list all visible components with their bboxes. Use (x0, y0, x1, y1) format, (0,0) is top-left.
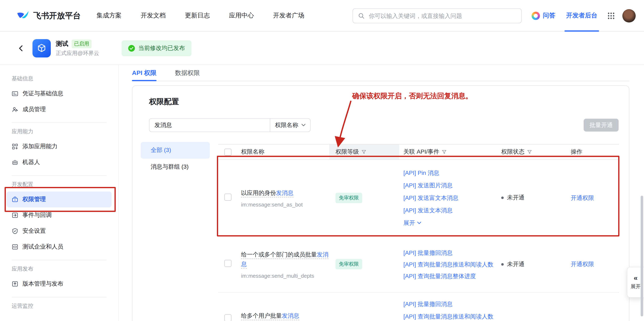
api-link[interactable]: [API] 批量撤回消息 (404, 247, 496, 258)
tab-label: 数据权限 (175, 69, 200, 77)
sidebar-item-events[interactable]: 事件与回调 (7, 207, 112, 223)
tab-label: API 权限 (132, 69, 156, 77)
primary-nav: 集成方案 开发文档 更新日志 应用中心 开发者广场 (96, 12, 304, 20)
search-input[interactable] (368, 12, 516, 19)
brand-name: 飞书开放平台 (33, 10, 81, 21)
qa-label: 问答 (543, 12, 555, 20)
sidebar-section-title: 基础信息 (12, 75, 106, 82)
tab-data-permissions[interactable]: 数据权限 (175, 65, 200, 81)
credential-icon (12, 90, 18, 97)
filter-icon[interactable] (361, 150, 366, 154)
back-icon[interactable] (18, 44, 25, 52)
app-name: 测试 (56, 40, 68, 48)
permission-search-input[interactable] (149, 118, 270, 132)
header-permission-status: 权限状态 (496, 144, 562, 160)
permission-name[interactable]: 以应用的身份发消息 (241, 188, 329, 198)
api-link[interactable]: [API] 批量撤回消息 (404, 298, 496, 310)
category-label: 消息与群组 (3) (151, 163, 188, 171)
code-brackets-icon (12, 244, 18, 250)
publish-status-pill: 当前修改均已发布 (122, 40, 192, 56)
sidebar-item-test-org[interactable]: 测试企业和人员 (7, 239, 112, 255)
app-header: 测试 已启用 正式应用@环界云 当前修改均已发布 (0, 32, 644, 65)
batch-open-button[interactable]: 批量开通 (584, 119, 618, 132)
app-subtitle: 正式应用@环界云 (56, 49, 99, 57)
page-scrollbar[interactable] (641, 196, 643, 316)
status-dot-icon (501, 196, 504, 199)
brand[interactable]: 飞书开放平台 (17, 10, 81, 21)
qa-link[interactable]: 问答 (532, 12, 555, 20)
sidebar-section-title: 应用能力 (12, 128, 106, 135)
sidebar-item-bot[interactable]: 机器人 (7, 154, 112, 170)
api-link[interactable]: [API] 发送文本消息 (404, 204, 496, 216)
row-checkbox[interactable] (224, 260, 232, 267)
status-not-opened: 未开通 (501, 194, 562, 202)
chevron-down-icon (417, 221, 421, 224)
sidebar-item-security[interactable]: 安全设置 (7, 223, 112, 239)
tab-api-permissions[interactable]: API 权限 (132, 65, 156, 81)
sidebar-item-version[interactable]: 版本管理与发布 (7, 276, 112, 292)
divider (12, 122, 106, 123)
permission-code: im:message:send_multi_depts (241, 272, 329, 279)
sidebar-item-add-capability[interactable]: 添加应用能力 (7, 139, 112, 154)
open-permission-link[interactable]: 开通权限 (571, 261, 594, 267)
api-link[interactable]: [API] 查询批量消息整体进度 (404, 270, 496, 282)
permission-name[interactable]: 给一个或多个部门的成员批量发消息 (241, 250, 329, 269)
nav-item-dev-plaza[interactable]: 开发者广场 (273, 12, 304, 20)
level-badge: 免审权限 (336, 192, 362, 203)
open-permission-link[interactable]: 开通权限 (571, 194, 594, 201)
sidebar-item-permissions[interactable]: 权限管理 (7, 192, 112, 207)
sidebar-item-label: 测试企业和人员 (22, 243, 63, 251)
status-dot-icon (501, 263, 504, 266)
event-callback-icon (12, 212, 18, 218)
permission-config-card: 权限配置 权限名称 批量开通 确保该权限开启，否则无法回复消息。 (132, 85, 630, 321)
divider (12, 297, 106, 297)
category-all[interactable]: 全部 (3) (141, 142, 210, 159)
api-link[interactable]: [API] 发送图片消息 (404, 179, 496, 192)
select-all-checkbox[interactable] (224, 148, 232, 156)
nav-item-docs[interactable]: 开发文档 (141, 12, 166, 20)
chevron-down-icon (301, 124, 305, 126)
permission-search-group: 权限名称 (149, 118, 310, 132)
sidebar-item-credentials[interactable]: 凭证与基础信息 (7, 86, 112, 102)
bot-icon (12, 159, 18, 166)
sidebar-item-members[interactable]: 成员管理 (7, 102, 112, 118)
nav-item-dev-console[interactable]: 开发者后台 (566, 0, 598, 32)
api-link[interactable]: [API] 查询批量消息推送和阅读人数 (404, 258, 496, 270)
sidebar-item-label: 事件与回调 (22, 212, 52, 219)
row-checkbox[interactable] (224, 194, 232, 200)
category-message-group[interactable]: 消息与群组 (3) (141, 159, 210, 175)
nav-item-app-center[interactable]: 应用中心 (229, 12, 254, 20)
expand-apis-link[interactable]: 展开 (404, 216, 496, 229)
top-navbar: 飞书开放平台 集成方案 开发文档 更新日志 应用中心 开发者广场 问答 开发者后… (0, 0, 644, 32)
permission-name[interactable]: 给多个用户批量发消息 (241, 311, 329, 320)
filter-icon[interactable] (442, 150, 447, 154)
table-row: 给多个用户批量发消息 [API] 批量撤回消息 [API] 查询批量消息推送和阅… (218, 293, 619, 321)
api-link[interactable]: [API] Pin 消息 (404, 166, 496, 179)
members-icon (12, 106, 18, 113)
add-capability-icon (12, 143, 18, 150)
category-list: 全部 (3) 消息与群组 (3) (141, 142, 210, 175)
sidebar-item-label: 安全设置 (22, 227, 46, 235)
qa-icon (532, 12, 540, 20)
user-avatar[interactable] (622, 9, 636, 22)
filter-icon[interactable] (527, 150, 532, 154)
permission-code: im:message:send_as_bot (241, 201, 329, 208)
global-search[interactable] (352, 8, 522, 23)
nav-item-changelog[interactable]: 更新日志 (185, 12, 210, 20)
expand-label: 展开 (631, 283, 641, 290)
apps-grid-icon[interactable] (607, 12, 615, 19)
table-row: 以应用的身份发消息 im:message:send_as_bot 免审权限 [A… (218, 160, 619, 236)
sidebar-section-title: 运营监控 (12, 302, 106, 310)
api-list: [API] 批量撤回消息 [API] 查询批量消息推送和阅读人数 (404, 293, 496, 321)
permissions-table: 权限名称 权限等级 关联 API/事件 权限状态 (218, 144, 619, 321)
search-type-select[interactable]: 权限名称 (270, 118, 310, 132)
check-circle-icon (128, 45, 135, 52)
api-link[interactable]: [API] 查询批量消息推送和阅读人数 (404, 310, 496, 321)
sidebar-item-label: 添加应用能力 (22, 143, 58, 150)
console-label: 开发者后台 (566, 12, 598, 20)
app-icon (32, 39, 51, 57)
table-row: 给一个或多个部门的成员批量发消息 im:message:send_multi_d… (218, 236, 619, 293)
api-link[interactable]: [API] 发送富文本消息 (404, 192, 496, 204)
row-checkbox[interactable] (224, 314, 232, 321)
nav-item-integration[interactable]: 集成方案 (96, 12, 122, 20)
